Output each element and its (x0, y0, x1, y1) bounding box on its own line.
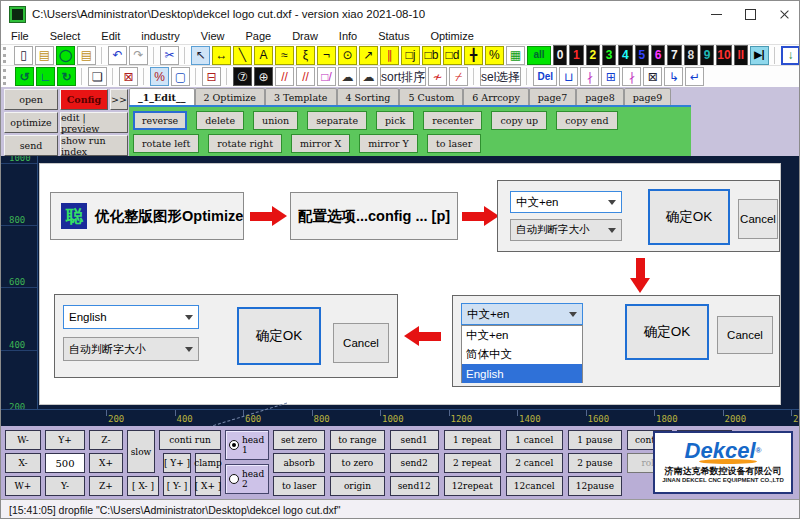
slash-small2-icon[interactable]: ∤ (622, 67, 641, 86)
tab-page7[interactable]: page7 (529, 88, 577, 105)
slash-node2-icon[interactable]: ⌿ (449, 67, 468, 86)
boxes-slash-icon[interactable]: □/ (317, 67, 336, 86)
open-button[interactable]: open (4, 89, 58, 110)
node-d-icon[interactable]: □d (443, 46, 462, 65)
rotate-right-90-icon[interactable]: ↻ (57, 67, 76, 86)
2-repeat-button[interactable]: 2 repeat (444, 453, 501, 473)
menu-info[interactable]: Info (339, 30, 357, 42)
ok-button[interactable]: 确定OK (648, 189, 730, 245)
tab-page9[interactable]: page9 (624, 88, 672, 105)
to-laser-button[interactable]: to laser (427, 134, 481, 153)
select-cn-icon[interactable]: sel选择 (480, 67, 521, 86)
curve-corner2-icon[interactable]: ↵ (685, 67, 704, 86)
open-import-icon[interactable]: ▤ (77, 46, 96, 65)
layer-10-button[interactable]: 10 (716, 45, 731, 66)
tab-page8[interactable]: page8 (576, 88, 624, 105)
send-down-icon[interactable]: ↓ (781, 46, 800, 65)
layer-1-button[interactable]: 1 (569, 45, 583, 66)
layer-ii-button[interactable]: II (734, 45, 748, 66)
leader-icon[interactable]: ↗ (359, 46, 378, 65)
menu-page[interactable]: Page (245, 30, 271, 42)
font-size-select[interactable]: 自动判断字大小 (63, 337, 199, 361)
layer-0-button[interactable]: 0 (553, 45, 567, 66)
jog-y-plus-button[interactable]: Y+ (45, 430, 85, 450)
close-button[interactable] (767, 1, 800, 27)
dimension-icon[interactable]: ↔ (212, 46, 231, 65)
jog-x-plus-button[interactable]: X+ (89, 453, 123, 473)
show-run-index-button[interactable]: show run index (60, 135, 128, 156)
array-grid-icon[interactable]: ▦ (506, 46, 525, 65)
target-icon[interactable]: ⊕ (254, 67, 273, 86)
layer-8-button[interactable]: 8 (684, 45, 698, 66)
cancel-button[interactable]: Cancel (333, 323, 389, 363)
step-x-plus-button[interactable]: [ X+ ] (195, 476, 221, 496)
layer-4-button[interactable]: 4 (618, 45, 632, 66)
mirror-x-button[interactable]: mirror X (291, 134, 350, 153)
dropdown-option-selected[interactable]: English (462, 364, 582, 383)
menu-optimize[interactable]: Optimize (430, 30, 473, 42)
box-x-icon[interactable]: ⊠ (643, 67, 662, 86)
wave-icon[interactable]: ≈ (275, 46, 294, 65)
node-j-icon[interactable]: □j (401, 46, 420, 65)
optimize-button[interactable]: optimize (4, 112, 58, 133)
origin-button[interactable]: origin (330, 476, 384, 496)
cloud2-icon[interactable]: ☁ (359, 67, 378, 86)
layer-2-button[interactable]: 2 (586, 45, 600, 66)
to-range-button[interactable]: to range (330, 430, 384, 450)
language-select-open[interactable]: 中文+en (461, 303, 583, 325)
table-arrows-icon[interactable]: ⊞ (601, 67, 620, 86)
toolbar-drag-handle[interactable] (3, 47, 8, 63)
config-button[interactable]: Config (60, 89, 108, 110)
1-pause-button[interactable]: 1 pause (568, 430, 622, 450)
delete-multi-icon[interactable]: ⊟ (202, 67, 221, 86)
to-zero-button[interactable]: to zero (330, 453, 384, 473)
redo-icon[interactable]: ↷ (129, 46, 148, 65)
separate-button[interactable]: separate (307, 111, 367, 130)
maximize-button[interactable] (733, 1, 767, 27)
menu-industry[interactable]: industry (141, 30, 180, 42)
slash-small-icon[interactable]: ∤ (580, 67, 599, 86)
menu-file[interactable]: File (11, 30, 29, 42)
cloud-icon[interactable]: ☁ (338, 67, 357, 86)
dropdown-option[interactable]: 简体中文 (462, 345, 582, 364)
step-y-minus-button[interactable]: [ Y- ] (163, 476, 191, 496)
copy-up-button[interactable]: copy up (491, 111, 547, 130)
capsule-icon[interactable]: ▢ (171, 67, 190, 86)
rotate-left-90-icon[interactable]: ↺ (15, 67, 34, 86)
rotate-left-button[interactable]: rotate left (133, 134, 199, 153)
freehand-icon[interactable]: ξ (296, 46, 315, 65)
send-button[interactable]: send (4, 135, 58, 156)
copy-icon[interactable]: ❏ (88, 67, 107, 86)
jog-x-minus-button[interactable]: X- (5, 453, 41, 473)
dropdown-option[interactable]: 中文+en (462, 326, 582, 345)
ok-button[interactable]: 确定OK (237, 307, 321, 365)
node-b-icon[interactable]: □b (422, 46, 441, 65)
2-pause-button[interactable]: 2 pause (568, 453, 622, 473)
drawing-canvas[interactable]: 聪 优化整版图形Optimize 配置选项...config ... [p] 中… (1, 156, 800, 409)
cancel-button[interactable]: Cancel (738, 199, 778, 239)
hatch-icon[interactable]: ∥ (380, 46, 399, 65)
move-icon[interactable]: ╋ (464, 46, 483, 65)
speed-input[interactable] (45, 453, 85, 473)
delete-button[interactable]: delete (196, 111, 244, 130)
jog-y-minus-button[interactable]: Y- (45, 476, 85, 496)
all-layers-button[interactable]: all (527, 46, 551, 65)
layer-seven-icon[interactable]: ⑦ (233, 67, 252, 86)
jog-w-minus-button[interactable]: W- (5, 430, 41, 450)
curve-corner-icon[interactable]: ↳ (664, 67, 683, 86)
copy-end-button[interactable]: copy end (556, 111, 617, 130)
to-laser-button[interactable]: to laser (273, 476, 325, 496)
tab-4-sorting[interactable]: 4 Sorting (337, 88, 400, 105)
12cancel-button[interactable]: 12cancel (506, 476, 563, 496)
cut-icon[interactable]: ✂ (160, 46, 179, 65)
reverse-button[interactable]: reverse (133, 111, 187, 130)
corner-icon[interactable]: ¬ (317, 46, 336, 65)
send12-button[interactable]: send12 (390, 476, 439, 496)
1-cancel-button[interactable]: 1 cancel (506, 430, 563, 450)
cancel-button[interactable]: Cancel (717, 316, 773, 354)
recenter-button[interactable]: recenter (423, 111, 482, 130)
language-select[interactable]: 中文+en (510, 191, 622, 213)
layer-9-button[interactable]: 9 (700, 45, 714, 66)
font-size-select[interactable]: 自动判断字大小 (510, 219, 622, 241)
slash-red-icon[interactable]: // (275, 67, 294, 86)
